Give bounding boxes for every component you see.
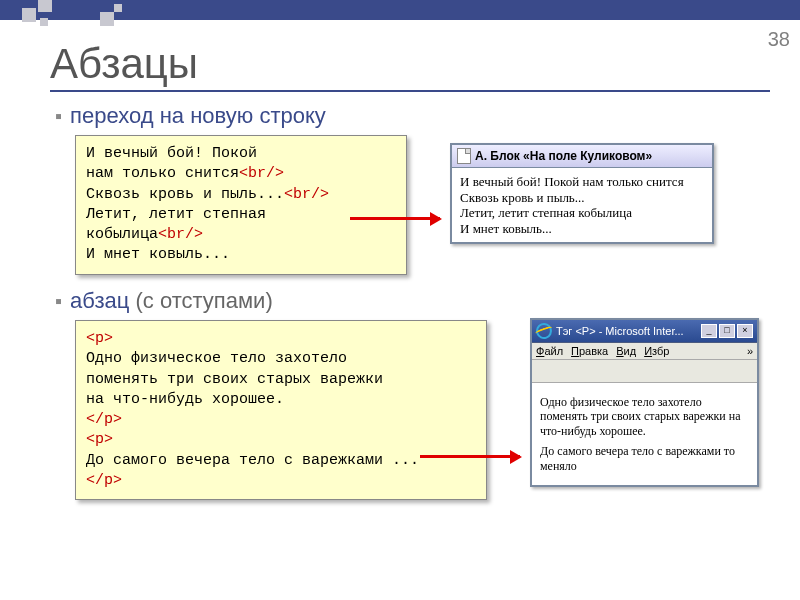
bullet-paragraph: ▪абзац (с отступами) bbox=[55, 288, 273, 314]
slide-title: Абзацы bbox=[50, 40, 770, 92]
browser-title-text: А. Блок «На поле Куликовом» bbox=[475, 149, 652, 163]
page-number: 38 bbox=[768, 28, 790, 51]
browser-menu: Файл Правка Вид Избр » bbox=[532, 343, 757, 360]
arrow-icon bbox=[350, 217, 440, 220]
ie-icon bbox=[534, 321, 555, 342]
maximize-icon[interactable]: □ bbox=[719, 324, 735, 338]
bullet-line-break: ▪переход на новую строку bbox=[55, 103, 326, 129]
menu-more-icon[interactable]: » bbox=[747, 345, 753, 357]
browser-content: Одно физическое тело захотело поменять т… bbox=[532, 383, 757, 485]
browser-toolbar bbox=[532, 360, 757, 383]
code-example-p: <p> Одно физическое тело захотело поменя… bbox=[75, 320, 487, 500]
code-example-br: И вечный бой! Покой нам только снится<br… bbox=[75, 135, 407, 275]
browser-title-text: Тэг <P> - Microsoft Inter... bbox=[556, 325, 684, 337]
menu-edit[interactable]: Правка bbox=[571, 345, 608, 357]
browser-preview-2: Тэг <P> - Microsoft Inter... _ □ × Файл … bbox=[530, 318, 759, 487]
window-buttons: _ □ × bbox=[701, 324, 753, 338]
bullet-icon: ▪ bbox=[55, 105, 62, 127]
browser-titlebar-ie: Тэг <P> - Microsoft Inter... _ □ × bbox=[532, 320, 757, 343]
browser-titlebar: А. Блок «На поле Куликовом» bbox=[452, 145, 712, 168]
menu-fav[interactable]: Избр bbox=[644, 345, 669, 357]
menu-view[interactable]: Вид bbox=[616, 345, 636, 357]
arrow-icon bbox=[420, 455, 520, 458]
document-icon bbox=[457, 148, 471, 164]
bullet-icon: ▪ bbox=[55, 290, 62, 312]
close-icon[interactable]: × bbox=[737, 324, 753, 338]
browser-content: И вечный бой! Покой нам только снится Ск… bbox=[452, 168, 712, 242]
minimize-icon[interactable]: _ bbox=[701, 324, 717, 338]
browser-preview-1: А. Блок «На поле Куликовом» И вечный бой… bbox=[450, 143, 714, 244]
menu-file[interactable]: Файл bbox=[536, 345, 563, 357]
slide-decoration bbox=[0, 0, 800, 40]
